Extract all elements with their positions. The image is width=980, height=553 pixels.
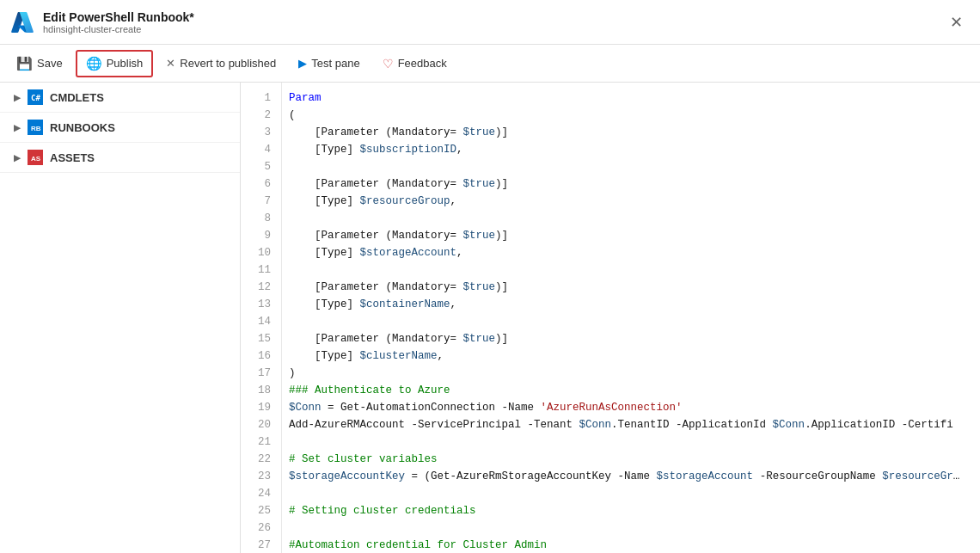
cmdlets-label: CMDLETS: [50, 91, 104, 104]
code-line: [Type] $clusterName,: [289, 347, 973, 365]
sidebar-item-runbooks[interactable]: ▶ RB RUNBOOKS: [0, 113, 240, 143]
line-number: 15: [248, 330, 271, 347]
toolbar: 💾 Save 🌐 Publish ✕ Revert to published ▶…: [0, 45, 980, 83]
line-number: 12: [248, 279, 271, 296]
runbooks-icon: RB: [28, 120, 43, 135]
feedback-icon: ♡: [383, 57, 394, 71]
code-line: [289, 313, 973, 330]
test-pane-label: Test pane: [311, 57, 359, 70]
code-line: [Type] $storageAccount,: [289, 244, 973, 261]
code-line: [Type] $subscriptionID,: [289, 141, 973, 158]
close-button[interactable]: ✕: [943, 9, 970, 35]
runbooks-label: RUNBOOKS: [50, 121, 115, 134]
line-number: 3: [248, 124, 271, 141]
code-line: [289, 261, 973, 279]
code-line: (: [289, 107, 973, 124]
save-icon: 💾: [16, 56, 33, 71]
main-layout: ▶ C# CMDLETS ▶ RB RUNBOOKS ▶ AS ASSETS 1…: [0, 83, 980, 553]
feedback-button[interactable]: ♡ Feedback: [373, 52, 456, 76]
code-line: [Parameter (Mandatory= $true)]: [289, 175, 973, 193]
code-line: [289, 158, 973, 175]
feedback-label: Feedback: [398, 57, 447, 70]
line-number: 14: [248, 313, 271, 330]
title-bar: Edit PowerShell Runbook* hdinsight-clust…: [0, 0, 980, 45]
line-number: 1: [248, 89, 271, 107]
svg-text:AS: AS: [31, 155, 41, 163]
code-editor[interactable]: 1234567891011121314151617181920212223242…: [241, 83, 980, 553]
save-button[interactable]: 💾 Save: [7, 51, 72, 77]
line-number: 9: [248, 227, 271, 244]
line-number: 2: [248, 107, 271, 124]
publish-label: Publish: [107, 57, 144, 70]
assets-chevron-icon: ▶: [14, 153, 21, 163]
code-line: $storageAccountKey = (Get-AzureRmStorage…: [289, 468, 973, 485]
line-number: 16: [248, 347, 271, 365]
line-number: 19: [248, 399, 271, 416]
code-line: ): [289, 365, 973, 382]
assets-icon: AS: [28, 150, 43, 165]
line-number: 7: [248, 193, 271, 210]
title-info: Edit PowerShell Runbook* hdinsight-clust…: [43, 10, 194, 34]
code-content: 1234567891011121314151617181920212223242…: [241, 83, 980, 553]
svg-text:RB: RB: [31, 125, 41, 132]
line-number: 24: [248, 485, 271, 502]
code-line: # Set cluster variables: [289, 451, 973, 468]
save-label: Save: [37, 57, 63, 70]
line-number: 27: [248, 537, 271, 553]
publish-icon: 🌐: [86, 56, 102, 71]
line-number: 21: [248, 433, 271, 451]
publish-button[interactable]: 🌐 Publish: [76, 50, 154, 77]
code-line: [Parameter (Mandatory= $true)]: [289, 330, 973, 347]
svg-text:C#: C#: [31, 94, 40, 102]
line-number: 22: [248, 451, 271, 468]
runbooks-chevron-icon: ▶: [14, 123, 21, 132]
line-number: 25: [248, 502, 271, 519]
page-title: Edit PowerShell Runbook*: [43, 10, 194, 24]
line-number: 10: [248, 244, 271, 261]
line-number: 5: [248, 158, 271, 175]
code-line: [289, 433, 973, 451]
line-numbers: 1234567891011121314151617181920212223242…: [241, 83, 282, 553]
page-subtitle: hdinsight-cluster-create: [43, 24, 194, 34]
revert-icon: ✕: [166, 57, 175, 70]
code-line: [289, 210, 973, 227]
line-number: 13: [248, 296, 271, 313]
line-number: 23: [248, 468, 271, 485]
test-pane-button[interactable]: ▶ Test pane: [289, 52, 369, 75]
code-line: [Parameter (Mandatory= $true)]: [289, 124, 973, 141]
line-number: 4: [248, 141, 271, 158]
code-line: [289, 485, 973, 502]
title-bar-left: Edit PowerShell Runbook* hdinsight-clust…: [10, 10, 194, 34]
line-number: 18: [248, 382, 271, 399]
code-line: [Parameter (Mandatory= $true)]: [289, 279, 973, 296]
assets-label: ASSETS: [50, 151, 95, 164]
cmdlets-icon: C#: [28, 89, 43, 105]
code-line: [289, 519, 973, 537]
line-number: 8: [248, 210, 271, 227]
sidebar-item-cmdlets[interactable]: ▶ C# CMDLETS: [0, 83, 240, 113]
code-line: [Parameter (Mandatory= $true)]: [289, 227, 973, 244]
revert-button[interactable]: ✕ Revert to published: [156, 52, 285, 75]
code-line: [Type] $resourceGroup,: [289, 193, 973, 210]
sidebar-item-assets[interactable]: ▶ AS ASSETS: [0, 143, 240, 173]
code-line: #Automation credential for Cluster Admin: [289, 537, 973, 553]
code-line: [Type] $containerName,: [289, 296, 973, 313]
line-number: 6: [248, 175, 271, 193]
cmdlets-chevron-icon: ▶: [14, 93, 21, 102]
line-number: 20: [248, 416, 271, 433]
sidebar: ▶ C# CMDLETS ▶ RB RUNBOOKS ▶ AS ASSETS: [0, 83, 241, 553]
code-line: Param: [289, 89, 973, 107]
line-number: 11: [248, 261, 271, 279]
line-number: 17: [248, 365, 271, 382]
line-number: 26: [248, 519, 271, 537]
code-lines[interactable]: Param( [Parameter (Mandatory= $true)] [T…: [282, 83, 980, 553]
code-line: Add-AzureRMAccount -ServicePrincipal -Te…: [289, 416, 973, 433]
test-pane-icon: ▶: [298, 57, 307, 70]
code-line: ### Authenticate to Azure: [289, 382, 973, 399]
code-line: $Conn = Get-AutomationConnection -Name '…: [289, 399, 973, 416]
azure-logo-icon: [10, 10, 34, 34]
revert-label: Revert to published: [180, 57, 276, 70]
code-line: # Setting cluster credentials: [289, 502, 973, 519]
